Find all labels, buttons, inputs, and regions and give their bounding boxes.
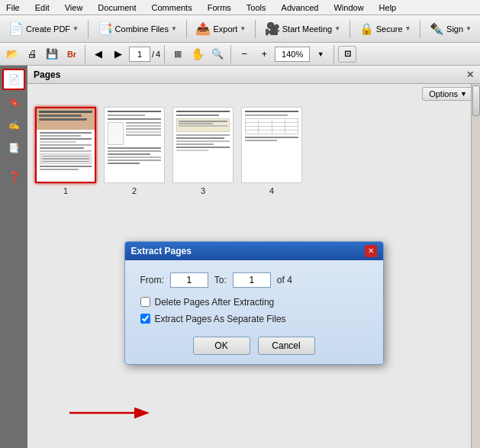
start-meeting-label: Start Meeting: [282, 24, 332, 34]
create-pdf-dropdown-icon: ▼: [72, 25, 79, 32]
toolbar-separator-5: [420, 20, 420, 38]
export-label: Export: [213, 24, 237, 34]
start-meeting-button[interactable]: 🎥 Start Meeting ▼: [259, 18, 346, 40]
main-area: 📄 🔖 ✍ 📑 ❓ Pages ✕ Options ▼: [0, 66, 480, 448]
menu-window[interactable]: Window: [330, 3, 366, 12]
cancel-button[interactable]: Cancel: [258, 337, 315, 355]
combine-files-button[interactable]: 📑 Combine Files ▼: [92, 18, 182, 40]
secure-dropdown-icon: ▼: [405, 25, 411, 32]
pages-panel-button[interactable]: 📄: [2, 69, 25, 90]
menu-file[interactable]: File: [3, 3, 23, 12]
menu-comments[interactable]: Comments: [149, 3, 195, 12]
bookmarks-button[interactable]: 🔖: [2, 92, 25, 113]
export-dropdown-icon: ▼: [240, 25, 246, 32]
dialog-buttons: OK Cancel: [140, 337, 368, 355]
dialog-title: Extract Pages: [131, 246, 192, 256]
next-page-button[interactable]: ▶: [109, 46, 127, 63]
export-button[interactable]: 📤 Export ▼: [190, 18, 251, 40]
zoom-dropdown-button[interactable]: ▼: [311, 46, 330, 63]
nav-separator-4: [333, 45, 334, 63]
extract-pages-dialog: Extract Pages ✕ From: To: of 4: [124, 241, 384, 365]
dialog-titlebar: Extract Pages ✕: [125, 242, 383, 260]
left-sidebar: 📄 🔖 ✍ 📑 ❓: [0, 66, 27, 448]
toolbar-separator-2: [186, 20, 187, 38]
secure-button[interactable]: 🔒 Secure ▼: [354, 18, 417, 40]
nav-separator-2: [164, 45, 165, 63]
layers-button[interactable]: 📑: [2, 137, 25, 159]
sign-dropdown-icon: ▼: [466, 25, 472, 32]
extract-separate-checkbox[interactable]: [140, 314, 150, 324]
create-pdf-icon: 📄: [8, 21, 24, 36]
delete-pages-row: Delete Pages After Extracting: [140, 297, 368, 308]
fit-page-button[interactable]: ⊡: [338, 46, 356, 63]
create-pdf-label: Create PDF: [26, 24, 70, 34]
toolbar-separator-4: [350, 20, 350, 38]
menu-help[interactable]: Help: [376, 3, 400, 12]
menu-edit[interactable]: Edit: [32, 3, 53, 12]
toolbar-separator-3: [255, 20, 256, 38]
delete-pages-label: Delete Pages After Extracting: [155, 297, 275, 308]
sign-button[interactable]: ✒️ Sign ▼: [424, 18, 477, 40]
menu-view[interactable]: View: [62, 3, 86, 12]
menu-document[interactable]: Document: [95, 3, 139, 12]
nav-toolbar: 📂 🖨 💾 Br ◀ ▶ 1 / 4 ▦ ✋ 🔍 − + 140% ▼ ⊡: [0, 43, 480, 66]
combine-label: Combine Files: [115, 24, 169, 34]
main-toolbar: 📄 Create PDF ▼ 📑 Combine Files ▼ 📤 Expor…: [0, 15, 480, 43]
page-separator: /: [152, 50, 154, 59]
to-input[interactable]: [233, 272, 271, 288]
ok-button[interactable]: OK: [193, 337, 250, 355]
delete-pages-checkbox[interactable]: [140, 297, 150, 307]
secure-label: Secure: [376, 24, 403, 34]
sign-label: Sign: [446, 24, 463, 34]
meeting-dropdown-icon: ▼: [334, 25, 340, 32]
to-label: To:: [214, 275, 227, 285]
folder-open-button[interactable]: 📂: [3, 46, 21, 63]
print-button[interactable]: 🖨: [23, 46, 41, 63]
zoom-input[interactable]: 140%: [275, 47, 310, 62]
menu-bar: File Edit View Document Comments Forms T…: [0, 0, 480, 15]
zoom-marquee-button[interactable]: 🔍: [208, 46, 227, 63]
content-area: Pages ✕ Options ▼: [27, 66, 480, 448]
toolbar-separator-1: [88, 20, 89, 38]
combine-icon: 📑: [98, 21, 113, 36]
of-label: of 4: [277, 275, 292, 285]
extract-separate-label: Extract Pages As Separate Files: [155, 314, 286, 324]
page-total: 4: [156, 50, 160, 59]
save-button[interactable]: 💾: [43, 46, 61, 63]
menu-tools[interactable]: Tools: [243, 3, 269, 12]
dialog-close-button[interactable]: ✕: [365, 245, 377, 257]
meeting-icon: 🎥: [265, 21, 280, 36]
export-icon: 📤: [195, 21, 211, 36]
help-button[interactable]: ❓: [2, 166, 25, 188]
nav-separator-1: [85, 45, 85, 63]
menu-advanced[interactable]: Advanced: [279, 3, 322, 12]
from-label: From:: [140, 275, 164, 285]
create-pdf-button[interactable]: 📄 Create PDF ▼: [3, 18, 84, 40]
zoom-in-button[interactable]: +: [255, 46, 273, 63]
from-to-row: From: To: of 4: [140, 272, 368, 288]
signatures-button[interactable]: ✍: [2, 114, 25, 136]
combine-dropdown-icon: ▼: [171, 25, 177, 32]
hand-tool-button[interactable]: ✋: [188, 46, 207, 63]
secure-icon: 🔒: [359, 22, 374, 36]
menu-forms[interactable]: Forms: [205, 3, 234, 12]
dialog-overlay: Extract Pages ✕ From: To: of 4: [27, 66, 480, 448]
zoom-out-button[interactable]: −: [235, 46, 253, 63]
email-button[interactable]: Br: [63, 46, 81, 63]
select-tool-button[interactable]: ▦: [169, 46, 187, 63]
nav-separator-3: [230, 45, 231, 63]
dialog-body: From: To: of 4 Delete Pages After Extrac…: [125, 260, 383, 364]
page-number-input[interactable]: 1: [129, 47, 150, 62]
prev-page-button[interactable]: ◀: [89, 46, 108, 63]
extract-separate-row: Extract Pages As Separate Files: [140, 314, 368, 324]
arrow-indicator: [69, 407, 153, 419]
sign-icon: ✒️: [430, 22, 444, 36]
from-input[interactable]: [170, 272, 208, 288]
